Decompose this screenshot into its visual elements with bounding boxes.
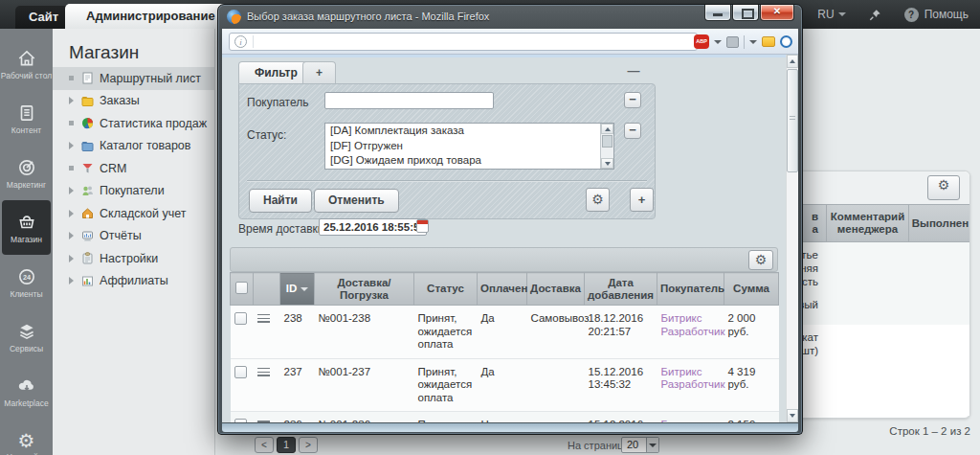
sidebar-item-services[interactable]: Сервисы xyxy=(0,309,53,364)
scrollbar-thumb[interactable] xyxy=(602,135,612,148)
expand-arrow-icon xyxy=(66,255,76,262)
status-option[interactable]: [DF] Отгружен xyxy=(325,139,613,154)
row-checkbox[interactable] xyxy=(234,312,247,325)
select-all-header[interactable] xyxy=(231,273,254,306)
buyer-link[interactable]: Битрикс Разработчик xyxy=(661,312,725,337)
row-menu-icon[interactable] xyxy=(257,421,270,422)
status-label: Статус: xyxy=(247,128,286,142)
add-filter-field-button[interactable]: + xyxy=(630,188,654,212)
column-header-buyer[interactable]: Покупатель xyxy=(657,273,724,306)
listbox-scrollbar[interactable] xyxy=(600,124,613,169)
grid-settings-button[interactable] xyxy=(748,250,773,270)
remove-buyer-field-button[interactable]: − xyxy=(624,92,641,108)
site-info-icon[interactable] xyxy=(234,35,247,48)
scroll-down-arrow[interactable] xyxy=(601,158,613,169)
column-header-status[interactable]: Статус xyxy=(414,273,478,306)
remove-status-field-button[interactable]: − xyxy=(624,123,641,139)
row-checkbox[interactable] xyxy=(234,419,247,422)
tab-site[interactable]: Сайт xyxy=(15,6,72,29)
status-option[interactable]: [DG] Ожидаем приход товара xyxy=(325,153,613,169)
scroll-up-arrow[interactable] xyxy=(601,124,613,134)
menu-item-label: Покупатели xyxy=(100,184,165,197)
buyer-input[interactable] xyxy=(324,92,494,109)
extension-icon[interactable] xyxy=(726,36,739,48)
menu-item-sales-stats[interactable]: Статистика продаж xyxy=(53,112,214,135)
pin-icon[interactable] xyxy=(869,9,881,21)
column-header-date-added[interactable]: Дата добавления xyxy=(585,273,657,306)
language-selector[interactable]: RU xyxy=(817,8,845,21)
column-header-sum[interactable]: Сумма xyxy=(724,273,779,306)
find-button[interactable]: Найти xyxy=(249,189,312,213)
add-filter-tab[interactable]: + xyxy=(302,61,336,83)
pie-chart-icon xyxy=(81,117,94,129)
next-page-button[interactable]: > xyxy=(299,437,318,453)
addon-icon[interactable] xyxy=(780,35,792,48)
collapse-filter-button[interactable]: — xyxy=(625,65,642,80)
url-bar[interactable] xyxy=(229,33,698,51)
calendar-icon[interactable] xyxy=(416,219,429,233)
menu-item-orders[interactable]: Заказы xyxy=(53,90,214,113)
close-button[interactable] xyxy=(760,5,794,21)
maximize-button[interactable] xyxy=(732,5,759,21)
menu-item-buyers[interactable]: Покупатели xyxy=(53,180,214,203)
home-icon xyxy=(16,48,37,69)
menu-item-catalog[interactable]: Каталог товаров xyxy=(53,135,214,158)
window-titlebar[interactable]: Выбор заказа маршрутного листа - Mozilla… xyxy=(218,5,802,28)
column-header-delivery-load[interactable]: Доставка/Погрузка xyxy=(315,273,414,306)
sidebar-item-shop[interactable]: Магазин xyxy=(2,200,51,255)
column-header-delivery[interactable]: Доставка xyxy=(527,273,585,306)
status-listbox[interactable]: [DA] Комплектация заказа [DF] Отгружен [… xyxy=(324,123,614,170)
select-all-checkbox[interactable] xyxy=(235,282,248,294)
buyer-label: Покупатель xyxy=(247,96,308,109)
minimize-button[interactable] xyxy=(704,5,731,21)
sidebar-item-label: Marketplace xyxy=(4,399,48,408)
menu-item-warehouse[interactable]: Складской учет xyxy=(53,202,214,225)
modal-content: Фильтр + — Покупатель − Статус: [DA] Ком… xyxy=(222,55,798,422)
per-page-select[interactable]: 20 xyxy=(621,437,659,453)
notes-addon-icon[interactable] xyxy=(762,36,775,47)
column-header-id[interactable]: ID xyxy=(280,273,315,306)
delivery-time-input[interactable] xyxy=(319,218,427,236)
adblock-icon[interactable] xyxy=(694,34,709,49)
column-header-done[interactable]: Выполнен xyxy=(908,205,971,241)
extension-menu-caret[interactable] xyxy=(749,40,757,44)
menu-item-settings[interactable]: Настройки xyxy=(53,247,214,270)
menu-item-crm[interactable]: CRM xyxy=(53,157,214,180)
menu-item-affiliates[interactable]: Аффилиаты xyxy=(53,270,214,293)
menu-item-route-list[interactable]: Маршрутный лист xyxy=(53,67,214,90)
current-page-button[interactable]: 1 xyxy=(277,437,296,453)
menu-item-reports[interactable]: Отчёты xyxy=(53,225,214,248)
cell-date-added: 18.12.2016 20:21:57 xyxy=(585,306,657,359)
status-option[interactable]: [DA] Комплектация заказа xyxy=(325,124,613,139)
help-button[interactable]: Помощь xyxy=(904,8,969,22)
sidebar-item-settings[interactable]: ⚙ Настройки xyxy=(0,419,53,455)
cell-delivery-load: №001-236 xyxy=(315,412,414,423)
tab-admin[interactable]: Администрирование xyxy=(65,4,236,29)
filter-settings-button[interactable] xyxy=(586,188,610,212)
adblock-menu-caret[interactable] xyxy=(714,40,722,44)
row-checkbox[interactable] xyxy=(234,366,247,378)
content-scrollbar[interactable] xyxy=(786,55,798,422)
table-row: 237 №001-237 Принят, ожидается оплата Да… xyxy=(231,358,779,412)
sidebar-item-content[interactable]: Контент xyxy=(0,91,53,146)
column-header-manager-comment[interactable]: Комментарий менеджера xyxy=(826,205,908,241)
cell-paid: Да xyxy=(478,306,527,359)
row-menu-icon[interactable] xyxy=(257,314,270,323)
filter-panel: Покупатель − Статус: [DA] Комплектация з… xyxy=(238,83,656,219)
column-header-paid[interactable]: Оплачен xyxy=(478,273,527,306)
svg-text:24: 24 xyxy=(23,273,31,281)
background-grid-settings-button[interactable] xyxy=(927,175,960,200)
sidebar-item-marketing[interactable]: Маркетинг xyxy=(0,146,53,200)
sidebar-item-clients[interactable]: 24 Клиенты xyxy=(0,255,53,309)
scrollbar-thumb[interactable] xyxy=(787,69,798,172)
buyer-link[interactable]: Битрикс Разработчик xyxy=(661,419,725,422)
divider xyxy=(247,180,647,181)
sidebar-item-marketplace[interactable]: Marketplace xyxy=(0,364,53,419)
cancel-button[interactable]: Отменить xyxy=(314,189,399,213)
row-menu-icon[interactable] xyxy=(257,368,270,376)
prev-page-button[interactable]: < xyxy=(255,437,274,453)
sidebar-item-desktop[interactable]: Рабочий стол xyxy=(0,36,53,91)
buyer-link[interactable]: Битрикс Разработчик xyxy=(661,366,725,391)
scroll-down-arrow[interactable] xyxy=(787,409,798,422)
scroll-up-arrow[interactable] xyxy=(787,55,798,68)
